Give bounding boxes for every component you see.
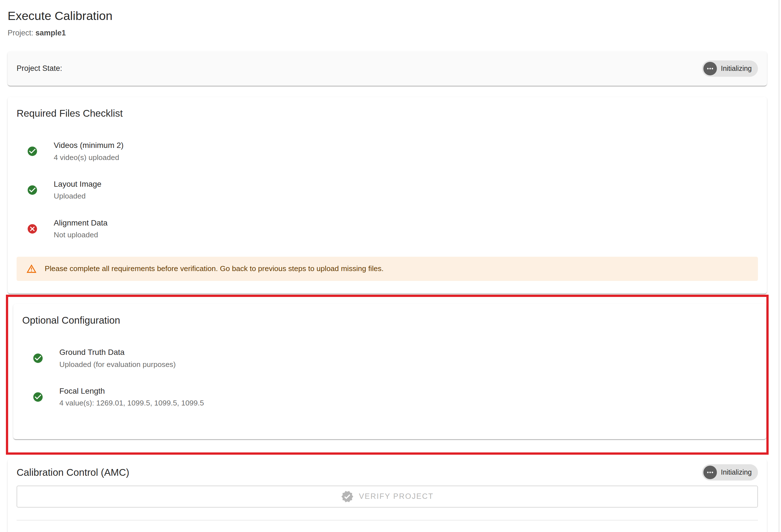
calibration-control-header: Calibration Control (AMC) Initializing xyxy=(16,464,758,481)
warning-icon xyxy=(26,263,37,274)
verify-project-label: VERIFY PROJECT xyxy=(359,492,434,501)
checklist-item-subtitle: 4 value(s): 1269.01, 1099.5, 1099.5, 109… xyxy=(59,398,204,408)
check-circle-icon xyxy=(27,146,38,157)
divider xyxy=(16,520,758,521)
required-files-checklist: Videos (minimum 2)4 video(s) uploadedLay… xyxy=(16,140,758,240)
page-title: Execute Calibration xyxy=(8,8,767,24)
project-state-chip: Initializing xyxy=(702,60,758,77)
annotation-highlight-box: Optional Configuration Ground Truth Data… xyxy=(6,295,769,455)
optional-config-checklist: Ground Truth DataUploaded (for evaluatio… xyxy=(22,347,757,408)
required-files-card: Required Files Checklist Videos (minimum… xyxy=(8,97,767,293)
checklist-item-subtitle: 4 video(s) uploaded xyxy=(54,153,123,162)
check-circle-icon xyxy=(32,353,44,364)
warning-alert: Please complete all requirements before … xyxy=(16,257,758,281)
calibration-control-card: Calibration Control (AMC) Initializing V… xyxy=(8,459,767,532)
checklist-item-subtitle: Not uploaded xyxy=(54,230,108,240)
verified-badge-icon xyxy=(341,490,354,503)
checklist-item-title: Ground Truth Data xyxy=(59,347,176,357)
more-horiz-icon xyxy=(703,466,717,479)
checklist-item-title: Videos (minimum 2) xyxy=(54,140,123,151)
check-circle-icon xyxy=(27,185,38,196)
warning-alert-text: Please complete all requirements before … xyxy=(45,263,383,274)
checklist-item: Ground Truth DataUploaded (for evaluatio… xyxy=(22,347,757,369)
checklist-item: Alignment DataNot uploaded xyxy=(16,218,758,240)
checklist-item-title: Alignment Data xyxy=(54,218,108,228)
more-horiz-icon xyxy=(703,62,717,75)
calibration-control-chip: Initializing xyxy=(702,464,758,481)
scrollbar-track[interactable] xyxy=(779,0,779,532)
project-state-chip-label: Initializing xyxy=(721,65,752,73)
verify-project-button[interactable]: VERIFY PROJECT xyxy=(16,486,758,507)
checklist-item: Layout ImageUploaded xyxy=(16,179,758,201)
checklist-item-title: Focal Length xyxy=(59,386,204,396)
project-name: sample1 xyxy=(35,29,66,37)
optional-config-card: Optional Configuration Ground Truth Data… xyxy=(13,304,766,439)
execute-calibration-page: Execute Calibration Project: sample1 Pro… xyxy=(8,0,767,532)
checklist-item-subtitle: Uploaded xyxy=(54,191,101,201)
required-files-title: Required Files Checklist xyxy=(16,106,758,121)
project-label: Project: xyxy=(8,29,34,37)
checklist-item-title: Layout Image xyxy=(54,179,101,189)
project-state-label: Project State: xyxy=(16,64,62,73)
check-circle-icon xyxy=(32,392,44,403)
checklist-item-subtitle: Uploaded (for evaluation purposes) xyxy=(59,360,176,369)
cancel-icon xyxy=(27,223,38,235)
project-line: Project: sample1 xyxy=(8,29,767,37)
calibration-control-chip-label: Initializing xyxy=(721,468,752,476)
optional-config-title: Optional Configuration xyxy=(22,313,757,328)
checklist-item: Focal Length4 value(s): 1269.01, 1099.5,… xyxy=(22,386,757,408)
calibration-control-title: Calibration Control (AMC) xyxy=(16,465,129,480)
checklist-item: Videos (minimum 2)4 video(s) uploaded xyxy=(16,140,758,162)
project-state-bar: Project State: Initializing xyxy=(8,51,767,86)
